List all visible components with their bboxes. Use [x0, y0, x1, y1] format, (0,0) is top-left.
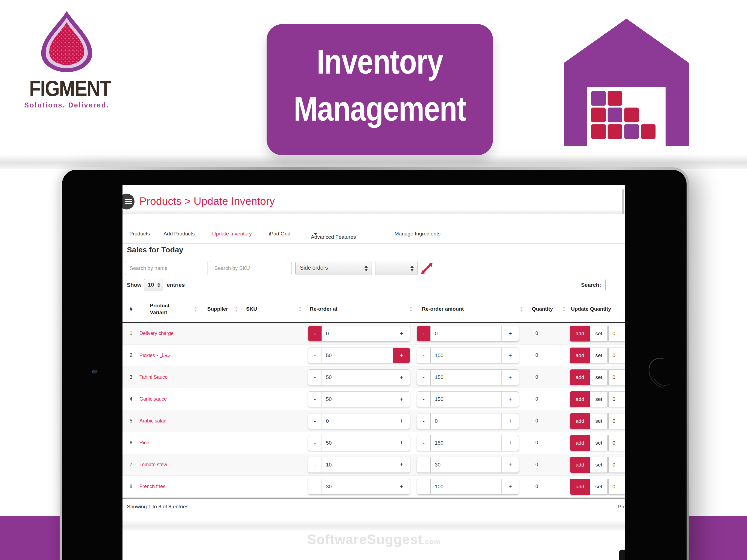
increment-button[interactable]: + — [501, 326, 519, 341]
increment-button[interactable]: + — [501, 370, 519, 385]
reorder-at-input[interactable] — [322, 348, 393, 363]
decrement-button[interactable]: - — [417, 348, 431, 363]
increment-button[interactable]: + — [393, 370, 410, 385]
set-button[interactable]: set — [590, 370, 608, 385]
decrement-button[interactable]: - — [308, 479, 322, 494]
col-reorder-at[interactable]: Re-order at — [310, 306, 337, 312]
product-link[interactable]: Delivery charge — [139, 331, 174, 336]
update-quantity-input[interactable] — [609, 348, 625, 363]
increment-button[interactable]: + — [393, 457, 410, 473]
update-quantity-input[interactable] — [609, 479, 625, 495]
search-by-sku-input[interactable] — [210, 261, 292, 275]
reorder-amount-input[interactable] — [431, 435, 502, 451]
nav-item-update-inventory[interactable]: Update Inventory — [212, 231, 252, 237]
product-link[interactable]: Garlic sauce — [139, 396, 167, 402]
decrement-button[interactable]: - — [417, 457, 431, 473]
col-reorder-amount[interactable]: Re-order amount — [422, 306, 464, 312]
col-product-variant[interactable]: Product Variant — [150, 302, 182, 316]
decrement-button[interactable]: - — [308, 435, 322, 451]
sort-icon[interactable] — [410, 307, 413, 312]
add-button[interactable]: add — [570, 457, 590, 473]
increment-button[interactable]: + — [393, 479, 410, 494]
hamburger-menu-icon[interactable] — [123, 194, 134, 209]
decrement-button[interactable]: - — [308, 370, 322, 385]
increment-button[interactable]: + — [501, 435, 519, 451]
add-button[interactable]: add — [570, 348, 590, 363]
update-quantity-input[interactable] — [609, 435, 625, 451]
set-button[interactable]: set — [590, 326, 608, 341]
expand-icon[interactable] — [420, 262, 433, 275]
scrollbar[interactable] — [622, 189, 624, 214]
add-button[interactable]: add — [570, 413, 590, 429]
decrement-button[interactable]: - — [308, 326, 322, 341]
update-quantity-input[interactable] — [609, 370, 625, 385]
add-button[interactable]: add — [570, 479, 590, 495]
reorder-at-input[interactable] — [322, 370, 393, 385]
reorder-amount-input[interactable] — [431, 326, 502, 341]
reorder-at-input[interactable] — [322, 413, 393, 429]
update-quantity-input[interactable] — [609, 413, 625, 429]
decrement-button[interactable]: - — [308, 391, 322, 407]
nav-item-advanced-features[interactable]: Advanced Features — [311, 231, 317, 237]
update-quantity-input[interactable] — [609, 326, 625, 341]
set-button[interactable]: set — [590, 435, 608, 451]
increment-button[interactable]: + — [393, 326, 410, 341]
set-button[interactable]: set — [590, 479, 608, 495]
reorder-amount-input[interactable] — [431, 457, 502, 473]
col-quantity[interactable]: Quantity — [532, 306, 553, 312]
increment-button[interactable]: + — [501, 348, 519, 363]
decrement-button[interactable]: - — [308, 413, 322, 429]
reorder-amount-input[interactable] — [431, 413, 502, 429]
product-link[interactable]: Pickles - مخلل — [139, 353, 171, 358]
decrement-button[interactable]: - — [308, 457, 322, 473]
search-by-name-input[interactable] — [125, 261, 208, 275]
entries-per-page-select[interactable]: 10 — [144, 279, 163, 291]
increment-button[interactable]: + — [501, 391, 519, 407]
product-link[interactable]: French fries — [139, 484, 165, 489]
increment-button[interactable]: + — [501, 413, 519, 429]
decrement-button[interactable]: - — [417, 391, 431, 407]
product-link[interactable]: Rice — [139, 440, 149, 446]
set-button[interactable]: set — [590, 457, 608, 473]
col-update-quantity[interactable]: Update Quantity — [571, 306, 611, 312]
set-button[interactable]: set — [590, 348, 608, 363]
decrement-button[interactable]: - — [417, 479, 431, 494]
decrement-button[interactable]: - — [417, 370, 431, 385]
update-quantity-input[interactable] — [609, 457, 625, 473]
increment-button[interactable]: + — [393, 391, 410, 407]
decrement-button[interactable]: - — [308, 348, 322, 363]
category-select[interactable]: Side orders — [295, 261, 372, 275]
reorder-amount-input[interactable] — [431, 370, 502, 385]
product-link[interactable]: Tomato stew — [139, 462, 167, 467]
add-button[interactable]: add — [570, 370, 590, 385]
increment-button[interactable]: + — [393, 413, 410, 429]
col-sku[interactable]: SKU — [246, 306, 257, 312]
reorder-amount-input[interactable] — [431, 391, 502, 407]
col-supplier[interactable]: Supplier — [207, 306, 228, 312]
add-button[interactable]: add — [570, 435, 590, 451]
increment-button[interactable]: + — [393, 348, 410, 363]
sort-icon[interactable] — [299, 307, 302, 312]
nav-item-add-products[interactable]: Add Products — [163, 231, 195, 237]
set-button[interactable]: set — [590, 391, 608, 407]
increment-button[interactable]: + — [501, 457, 519, 473]
reorder-at-input[interactable] — [322, 391, 393, 407]
sort-icon[interactable] — [235, 307, 238, 312]
subcategory-select[interactable] — [375, 261, 418, 275]
nav-item-manage-ingredients[interactable]: Manage Ingredients — [394, 231, 440, 237]
col-index[interactable]: # — [130, 306, 133, 312]
product-link[interactable]: Arabic salad — [139, 418, 166, 424]
reorder-at-input[interactable] — [322, 326, 393, 341]
pagination-previous[interactable]: Previous — [618, 504, 625, 510]
sort-icon[interactable] — [194, 307, 197, 312]
nav-item-products[interactable]: Products — [129, 231, 150, 237]
decrement-button[interactable]: - — [417, 413, 431, 429]
sort-icon[interactable] — [520, 307, 523, 312]
decrement-button[interactable]: - — [417, 435, 431, 451]
sort-icon[interactable] — [562, 307, 565, 312]
decrement-button[interactable]: - — [417, 326, 431, 341]
add-button[interactable]: add — [570, 391, 590, 407]
set-button[interactable]: set — [590, 413, 608, 429]
reorder-at-input[interactable] — [322, 435, 393, 451]
reorder-at-input[interactable] — [322, 479, 393, 494]
